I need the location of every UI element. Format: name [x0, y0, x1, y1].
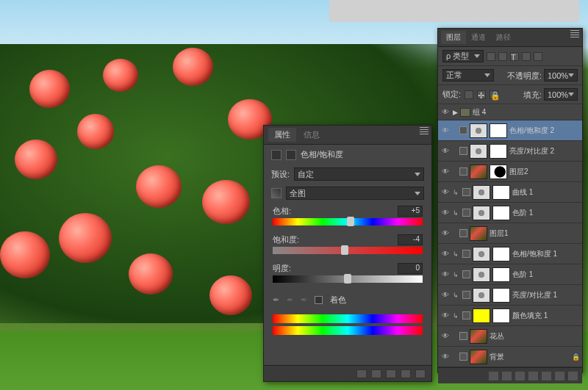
layer-name[interactable]: 色相/饱和度 2 [509, 126, 580, 136]
filter-shape-icon[interactable] [522, 52, 531, 61]
eyedropper-add-icon[interactable]: ✒ [287, 295, 293, 305]
fx-badge[interactable] [459, 229, 467, 237]
layer-mask-icon[interactable] [515, 372, 525, 380]
opacity-input[interactable]: 100% [544, 69, 578, 82]
filter-pixel-icon[interactable] [487, 52, 495, 61]
layer-name[interactable]: 曲线 1 [512, 187, 580, 198]
expand-icon[interactable]: ▶ [453, 109, 458, 116]
mask-thumbnail[interactable] [492, 206, 510, 220]
layer-name[interactable]: 色阶 1 [512, 270, 580, 280]
visibility-icon[interactable]: 👁 [440, 352, 451, 362]
layer-row[interactable]: 👁花丛 [438, 326, 582, 347]
layer-row[interactable]: 👁↳亮度/对比度 1 [438, 285, 582, 306]
layer-row[interactable]: 👁图层1 [438, 223, 582, 244]
new-group-icon[interactable] [542, 372, 551, 380]
layer-thumbnail[interactable] [473, 185, 490, 200]
hue-input[interactable]: +5 [398, 206, 423, 217]
fx-badge[interactable] [462, 209, 470, 217]
filter-type-icon[interactable]: T [510, 52, 519, 61]
visibility-icon[interactable]: 👁 [440, 331, 451, 342]
delete-icon[interactable] [415, 369, 426, 378]
layer-row[interactable]: 👁↳色相/饱和度 1 [438, 244, 582, 264]
visibility-icon[interactable]: 👁 [440, 187, 451, 198]
visibility-icon[interactable]: 👁 [440, 126, 451, 136]
saturation-input[interactable]: -4 [398, 234, 423, 245]
layer-name[interactable]: 色阶 1 [512, 208, 580, 218]
channel-select[interactable]: 全图 [286, 187, 424, 200]
lightness-slider[interactable] [273, 275, 423, 283]
panel-menu-icon[interactable] [570, 30, 579, 37]
visibility-icon[interactable]: 👁 [440, 107, 451, 118]
layer-thumbnail[interactable] [473, 308, 490, 323]
view-previous-icon[interactable] [371, 369, 381, 378]
visibility-icon[interactable]: 👁 [440, 270, 451, 280]
lock-all-icon[interactable]: 🔒 [490, 90, 498, 99]
targeted-adjust-icon[interactable] [271, 188, 282, 198]
fx-badge[interactable] [462, 250, 470, 258]
layer-name[interactable]: 图层1 [490, 228, 580, 239]
layer-name[interactable]: 颜色填充 1 [512, 311, 580, 321]
eyedropper-icon[interactable]: ✒ [273, 295, 279, 305]
fx-badge[interactable] [459, 332, 467, 340]
blend-mode-select[interactable]: 正常 [442, 69, 494, 82]
visibility-icon[interactable]: 👁 [440, 167, 451, 177]
layer-row[interactable]: 👁↳色阶 1 [438, 264, 582, 285]
toggle-visibility-icon[interactable] [401, 369, 411, 378]
layer-row[interactable]: 👁色相/饱和度 2 [438, 120, 582, 141]
filter-adjust-icon[interactable] [498, 52, 507, 61]
link-layers-icon[interactable] [489, 372, 498, 380]
layer-thumbnail[interactable] [470, 123, 487, 138]
delete-layer-icon[interactable] [568, 372, 578, 380]
filter-smart-icon[interactable] [534, 52, 542, 61]
filter-type-select[interactable]: ρ 类型 [442, 50, 484, 62]
layer-row[interactable]: 👁↳色阶 1 [438, 203, 582, 223]
layer-name[interactable]: 亮度/对比度 1 [512, 290, 580, 300]
hue-slider[interactable] [273, 218, 423, 225]
mask-thumbnail[interactable] [492, 185, 510, 200]
layer-thumbnail[interactable] [473, 288, 490, 303]
visibility-icon[interactable]: 👁 [440, 208, 451, 218]
panel-menu-icon[interactable] [420, 127, 429, 134]
layer-thumbnail[interactable] [473, 247, 490, 261]
mask-thumbnail[interactable] [492, 247, 510, 261]
new-adjustment-icon[interactable] [528, 372, 538, 380]
fx-badge[interactable] [459, 353, 467, 361]
layer-thumbnail[interactable] [470, 226, 487, 241]
layer-name[interactable]: 组 4 [473, 107, 580, 118]
fx-badge[interactable] [459, 167, 467, 176]
lock-pixels-icon[interactable] [465, 90, 473, 99]
visibility-icon[interactable]: 👁 [440, 146, 451, 156]
fx-badge[interactable] [459, 147, 467, 155]
layer-thumbnail[interactable] [473, 267, 490, 282]
mask-thumbnail[interactable] [490, 123, 507, 138]
slider-knob[interactable] [347, 217, 354, 226]
tab-paths[interactable]: 路径 [491, 31, 516, 44]
tab-layers[interactable]: 图层 [441, 31, 466, 44]
new-layer-icon[interactable] [555, 372, 564, 380]
layer-row[interactable]: 👁背景🔒 [438, 347, 582, 367]
mask-icon[interactable] [286, 150, 296, 160]
saturation-slider[interactable] [273, 247, 423, 254]
layer-name[interactable]: 花丛 [490, 331, 580, 342]
layer-row[interactable]: 👁↳颜色填充 1 [438, 306, 582, 326]
fx-badge[interactable] [462, 311, 470, 319]
mask-thumbnail[interactable] [492, 288, 510, 303]
mask-thumbnail[interactable] [490, 165, 507, 179]
layer-name[interactable]: 图层2 [509, 167, 580, 177]
visibility-icon[interactable]: 👁 [440, 290, 451, 300]
layer-row[interactable]: 👁亮度/对比度 2 [438, 141, 582, 162]
tab-channels[interactable]: 通道 [466, 31, 491, 44]
visibility-icon[interactable]: 👁 [440, 249, 451, 259]
slider-knob[interactable] [341, 245, 348, 255]
fx-badge[interactable] [462, 188, 470, 196]
eyedropper-sub-icon[interactable]: ✒ [301, 295, 307, 305]
preset-select[interactable]: 自定 [294, 167, 424, 181]
layer-thumbnail[interactable] [473, 206, 490, 220]
visibility-icon[interactable]: 👁 [440, 311, 451, 321]
reset-icon[interactable] [386, 369, 396, 378]
colorize-checkbox[interactable] [315, 296, 323, 304]
fx-badge[interactable] [459, 126, 467, 134]
mask-thumbnail[interactable] [492, 308, 510, 323]
layer-thumbnail[interactable] [470, 144, 487, 159]
layer-row[interactable]: 👁▶组 4 [438, 104, 582, 120]
